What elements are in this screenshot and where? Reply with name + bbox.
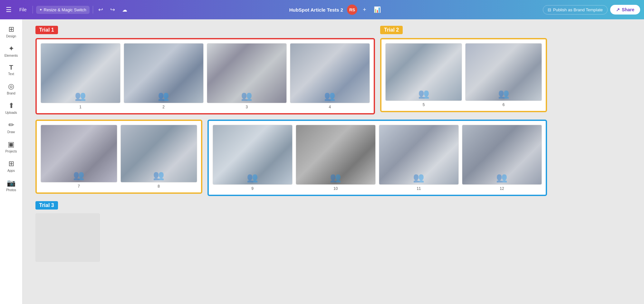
image-1[interactable]: [41, 43, 120, 103]
text-icon: T: [9, 64, 13, 71]
partial-image-cell: [35, 213, 100, 262]
draw-icon: ✏: [8, 121, 14, 129]
sidebar-item-projects[interactable]: ▣ Projects: [2, 138, 21, 156]
trial1-badge: Trial 1: [35, 26, 58, 34]
sidebar-label: Brand: [7, 92, 15, 95]
table-row: 12: [462, 125, 542, 191]
topbar-left: ☰ File Resize & Magic Switch ↩ ↪ ☁: [4, 5, 129, 15]
trial1-grid: 1 2 3 4: [35, 38, 375, 114]
image-number: 4: [329, 105, 331, 109]
canvas-content: Trial 1 1 2: [35, 26, 631, 262]
elements-icon: ✦: [8, 44, 14, 53]
image-number: 9: [251, 186, 254, 191]
topbar: ☰ File Resize & Magic Switch ↩ ↪ ☁ HubSp…: [0, 0, 644, 19]
undo-button[interactable]: ↩: [96, 5, 105, 15]
user-avatar[interactable]: RS: [347, 5, 357, 15]
divider: [93, 6, 93, 14]
redo-button[interactable]: ↪: [108, 5, 117, 15]
trial2-badge: Trial 2: [380, 26, 403, 34]
uploads-icon: ⬆: [8, 102, 14, 110]
table-row: 11: [379, 125, 459, 191]
template-icon: ⊟: [548, 7, 551, 12]
sidebar-label: Design: [6, 34, 16, 38]
divider: [33, 6, 33, 14]
image-12[interactable]: [462, 125, 542, 185]
brand-icon: ◎: [8, 82, 14, 91]
image-number: 10: [333, 186, 338, 191]
add-collaborator-button[interactable]: +: [361, 6, 368, 14]
chart-icon: 📊: [374, 6, 381, 13]
sidebar-item-photos[interactable]: 📷 Photos: [2, 176, 21, 194]
image-8[interactable]: [120, 125, 197, 182]
sidebar-label: Text: [8, 72, 14, 76]
table-row: 9: [213, 125, 293, 191]
image-7[interactable]: [41, 125, 117, 182]
trial1-images: 1 2 3 4: [41, 43, 370, 109]
image-9[interactable]: [213, 125, 293, 185]
table-row: 7: [41, 125, 117, 189]
table-row: 1: [41, 43, 120, 109]
publish-brand-template-button[interactable]: ⊟ Publish as Brand Template: [543, 5, 608, 15]
topbar-right: ⊟ Publish as Brand Template ↗ Share: [543, 5, 640, 15]
analytics-button[interactable]: 📊: [372, 5, 383, 15]
table-row: 5: [385, 43, 462, 107]
table-row: 10: [296, 125, 376, 191]
trial2-bottom-grid: 7 8: [35, 120, 202, 194]
table-row: 6: [465, 43, 542, 107]
image-number: 7: [78, 184, 80, 189]
image-number: 5: [423, 103, 425, 107]
sidebar-item-apps[interactable]: ⊞ Apps: [2, 157, 21, 175]
table-row: 8: [120, 125, 197, 189]
trial3-images: 9 10 11 12: [213, 125, 542, 191]
canvas-area[interactable]: Trial 1 1 2: [23, 19, 644, 304]
sidebar-label: Elements: [5, 54, 18, 57]
sidebar-item-text[interactable]: T Text: [2, 61, 21, 78]
image-number: 8: [158, 184, 160, 189]
sidebar-item-elements[interactable]: ✦ Elements: [2, 42, 21, 60]
image-number: 1: [79, 105, 82, 109]
table-row: 2: [124, 43, 204, 109]
image-3[interactable]: [207, 43, 287, 103]
image-number: 12: [500, 186, 504, 191]
magic-switch-button[interactable]: Resize & Magic Switch: [36, 6, 90, 14]
trial2-bottom-images: 7 8: [41, 125, 197, 189]
sidebar-label: Uploads: [5, 111, 17, 114]
apps-icon: ⊞: [8, 160, 14, 168]
sidebar-label: Photos: [6, 188, 16, 192]
sidebar-item-uploads[interactable]: ⬆ Uploads: [2, 99, 21, 117]
sidebar-item-brand[interactable]: ◎ Brand: [2, 80, 21, 98]
cloud-save-button[interactable]: ☁: [120, 5, 129, 14]
design-icon: ⊞: [8, 25, 14, 34]
share-button[interactable]: ↗ Share: [610, 5, 640, 15]
sidebar: ⊞ Design ✦ Elements T Text ◎ Brand ⬆ Upl…: [0, 19, 23, 304]
menu-button[interactable]: ☰: [4, 5, 14, 15]
trial3-group: 9 10 11 12: [207, 120, 547, 196]
image-6[interactable]: [465, 43, 542, 101]
sidebar-label: Apps: [7, 169, 15, 172]
share-label: Share: [622, 7, 634, 12]
topbar-center: HubSpot Article Tests 2 RS + 📊: [132, 5, 540, 15]
trial3-partial-container: Trial 3: [35, 201, 202, 262]
table-row: 3: [207, 43, 287, 109]
trial1-group: Trial 1 1 2: [35, 26, 375, 114]
document-title: HubSpot Article Tests 2: [289, 7, 343, 13]
partial-image-13[interactable]: [35, 213, 100, 262]
sidebar-item-design[interactable]: ⊞ Design: [2, 23, 21, 41]
trial3-grid: 9 10 11 12: [207, 120, 547, 196]
sidebar-item-draw[interactable]: ✏ Draw: [2, 118, 21, 136]
image-number: 2: [162, 105, 165, 109]
image-number: 11: [417, 186, 421, 191]
trial2-bottom-group: 7 8: [35, 120, 202, 194]
image-10[interactable]: [296, 125, 376, 185]
file-button[interactable]: File: [17, 6, 29, 14]
image-11[interactable]: [379, 125, 459, 185]
trial2-top-grid: 5 6: [380, 38, 547, 112]
trial3-badge: Trial 3: [35, 201, 58, 210]
share-icon: ↗: [616, 7, 620, 12]
trial1-badge-container: Trial 1: [35, 26, 375, 36]
image-2[interactable]: [124, 43, 204, 103]
image-4[interactable]: [290, 43, 370, 103]
photos-icon: 📷: [7, 179, 15, 187]
main-layout: ⊞ Design ✦ Elements T Text ◎ Brand ⬆ Upl…: [0, 19, 644, 304]
image-5[interactable]: [385, 43, 462, 101]
